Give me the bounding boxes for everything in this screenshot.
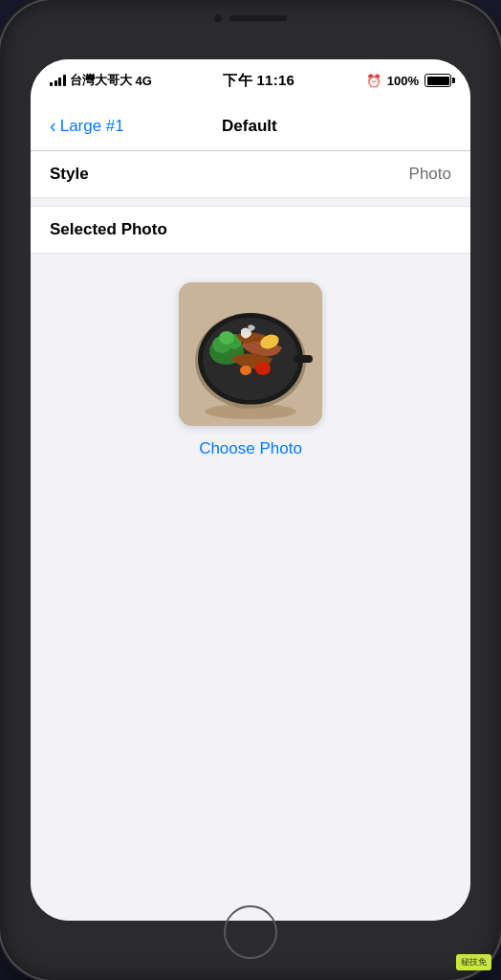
selected-photo-label: Selected Photo	[50, 220, 167, 238]
content-area: Style Photo Selected Photo	[31, 151, 470, 921]
carrier-label: 台灣大哥大	[70, 72, 132, 89]
home-button-area	[224, 905, 277, 959]
network-label: 4G	[136, 74, 152, 88]
svg-point-10	[255, 362, 271, 375]
status-right: ⏰ 100%	[366, 74, 451, 88]
nav-title: Default	[222, 117, 277, 136]
battery-icon	[425, 74, 451, 87]
style-label: Style	[50, 165, 89, 184]
camera-notch	[214, 14, 287, 22]
style-row: Style Photo	[31, 151, 470, 198]
signal-bar-2	[54, 80, 57, 86]
signal-bars	[50, 75, 66, 86]
style-section: Style Photo	[31, 151, 470, 198]
status-left: 台灣大哥大 4G	[50, 72, 152, 89]
phone-frame: 台灣大哥大 4G 下午 11:16 ⏰ 100% ‹ Large #1	[0, 0, 501, 980]
selected-photo-section: Selected Photo	[31, 206, 470, 254]
svg-point-8	[219, 331, 234, 345]
alarm-icon: ⏰	[366, 74, 381, 88]
svg-point-11	[240, 366, 251, 375]
signal-bar-4	[63, 75, 66, 86]
style-value: Photo	[409, 165, 451, 184]
navigation-bar: ‹ Large #1 Default	[31, 101, 470, 151]
phone-screen: 台灣大哥大 4G 下午 11:16 ⏰ 100% ‹ Large #1	[31, 59, 470, 921]
back-button[interactable]: ‹ Large #1	[50, 116, 124, 137]
food-photo	[179, 282, 322, 426]
battery-body	[425, 74, 451, 87]
svg-point-12	[205, 404, 296, 419]
battery-fill	[427, 77, 449, 85]
home-button[interactable]	[224, 905, 277, 959]
back-chevron-icon: ‹	[50, 115, 56, 137]
camera-dot	[214, 14, 222, 22]
photo-area: Choose Photo	[31, 254, 470, 478]
signal-bar-1	[50, 82, 53, 86]
svg-rect-4	[294, 355, 313, 363]
signal-bar-3	[58, 78, 61, 86]
status-bar: 台灣大哥大 4G 下午 11:16 ⏰ 100%	[31, 59, 470, 101]
speaker-bar	[229, 15, 287, 21]
choose-photo-button[interactable]: Choose Photo	[199, 439, 302, 458]
status-time: 下午 11:16	[223, 72, 294, 90]
battery-percent: 100%	[387, 74, 419, 88]
watermark-badge: 秘技免	[456, 954, 491, 970]
back-label: Large #1	[60, 117, 124, 136]
